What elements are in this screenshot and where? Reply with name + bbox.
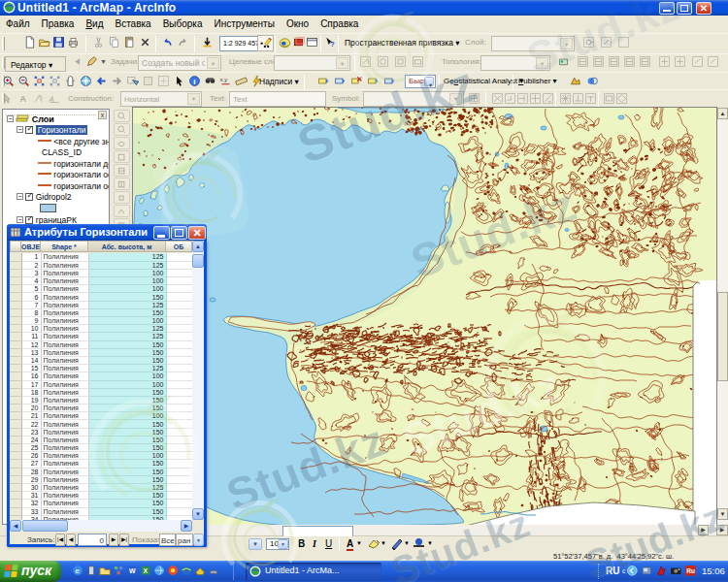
- svg-text:?: ?: [330, 40, 335, 48]
- svg-text:i: i: [193, 78, 195, 86]
- svg-text:x,y: x,y: [220, 77, 227, 82]
- svg-text:e: e: [76, 566, 81, 575]
- svg-text:Ru: Ru: [686, 567, 695, 574]
- svg-text:A: A: [19, 94, 26, 104]
- svg-text:W: W: [129, 567, 136, 574]
- svg-text:X: X: [144, 567, 149, 574]
